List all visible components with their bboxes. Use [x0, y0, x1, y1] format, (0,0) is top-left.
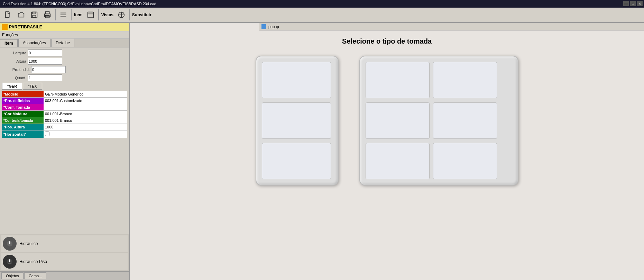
largura-input[interactable] — [28, 49, 62, 56]
funcoes-bar: Funções — [0, 31, 129, 39]
new-button[interactable] — [2, 9, 14, 21]
prop-modelo-key: *Modelo — [2, 91, 44, 98]
minimize-button[interactable]: — — [623, 1, 629, 6]
quant-row: Quant. — [2, 74, 127, 81]
toolbar-separator2 — [71, 9, 72, 20]
funcoes-label: Funções — [2, 33, 18, 37]
item-toolbar-label[interactable]: Item — [73, 12, 84, 17]
sub-tabs: *GER *TEX — [2, 83, 127, 90]
prop-modelo-value[interactable]: GEN-Modelo Genérico — [44, 91, 127, 98]
right-panel: popup Selecione o tipo de tomada — [130, 23, 644, 280]
outlet-double-card[interactable] — [359, 56, 518, 186]
panel-header: PARETIBRASILE — [0, 23, 129, 31]
largura-row: Largura — [2, 49, 127, 56]
toolbar-separator3 — [98, 9, 99, 20]
substituir-toolbar-label[interactable]: Substituir — [131, 12, 153, 17]
open-button[interactable] — [15, 9, 27, 21]
vistas-icon-button[interactable] — [115, 9, 128, 21]
item-icon-button[interactable] — [84, 9, 97, 21]
sub-tab-ger[interactable]: *GER — [2, 83, 22, 90]
prop-cor-moldura: *Cor Moldura 001.001-Branco — [2, 111, 127, 117]
popup-window-title: popup — [268, 25, 279, 29]
popup-content: Selecione o tipo de tomada — [130, 30, 644, 280]
outlet-slot-1 — [262, 62, 331, 98]
quant-input[interactable] — [28, 74, 62, 81]
btm-tab-cama[interactable]: Cama... — [24, 272, 47, 279]
largura-label: Largura — [2, 51, 26, 55]
prop-horizontal-key: *Horizontal? — [2, 130, 44, 138]
svg-rect-3 — [33, 15, 36, 17]
tab-associacoes[interactable]: Associações — [18, 39, 50, 47]
btm-tab-objetos[interactable]: Objetos — [1, 272, 24, 279]
prop-conf-tomada-key: *Conf. Tomada — [2, 104, 44, 111]
toolbar-separator — [55, 9, 56, 20]
prop-pre-definidas: *Pre. definidas 003.001-Customizado — [2, 98, 127, 104]
prop-pos-altura-key: *Pos. Altura — [2, 124, 44, 130]
popup-heading: Selecione o tipo de tomada — [342, 37, 432, 45]
altura-label: Altura — [2, 59, 26, 63]
toolbar: Item Vistas Substituir — [0, 8, 644, 23]
properties-table: *Modelo GEN-Modelo Genérico *Pre. defini… — [2, 91, 127, 138]
bottom-tabs: Objetos Cama... — [0, 271, 129, 280]
print-button[interactable] — [41, 9, 54, 21]
hidraulico-label: Hidráulico — [19, 241, 38, 246]
sub-tab-tex[interactable]: *TEX — [23, 83, 42, 90]
hidraulico-item[interactable]: Hidráulico — [1, 235, 128, 252]
bottom-panel: Hidráulico Hidráulico Piso — [0, 234, 129, 271]
prop-conf-tomada-value[interactable] — [44, 104, 127, 111]
prop-pre-definidas-key: *Pre. definidas — [2, 98, 44, 104]
prop-cor-tecla: *Cor tecla/tomada 001.001-Branco — [2, 117, 127, 124]
prop-cor-moldura-key: *Cor Moldura — [2, 111, 44, 117]
prop-cor-tecla-value[interactable]: 001.001-Branco — [44, 117, 127, 124]
form-area: Largura Altura Profundid. Quant. *GER *T… — [0, 47, 129, 234]
horizontal-checkbox[interactable] — [45, 132, 49, 136]
outlet-slot-2 — [262, 102, 331, 139]
prop-horizontal-value[interactable] — [44, 130, 127, 138]
svg-rect-10 — [88, 12, 93, 18]
toolbar-separator4 — [129, 9, 130, 20]
altura-row: Altura — [2, 58, 127, 65]
vistas-toolbar-label[interactable]: Vistas — [100, 12, 115, 17]
hidraulico-piso-item[interactable]: Hidráulico Piso — [1, 253, 128, 270]
prop-pre-definidas-value[interactable]: 003.001-Customizado — [44, 98, 127, 104]
outlet-double-row-1 — [366, 62, 512, 98]
tab-detalhe[interactable]: Detalhe — [51, 39, 74, 47]
altura-input[interactable] — [28, 58, 62, 65]
outlet-slot-d6 — [433, 143, 497, 179]
app-title: Cad Evolution 4.1.804: (TECNICO03) C:\Ev… — [3, 2, 641, 6]
prop-cor-moldura-value[interactable]: 001.001-Branco — [44, 111, 127, 117]
tabs-bar: Item Associações Detalhe — [0, 39, 129, 47]
profundidade-input[interactable] — [31, 66, 66, 73]
outlet-slot-d3 — [366, 102, 430, 139]
profundidade-row: Profundid. — [2, 66, 127, 73]
svg-rect-2 — [33, 12, 36, 14]
panel-header-title: PARETIBRASILE — [9, 25, 42, 29]
prop-conf-tomada: *Conf. Tomada — [2, 104, 127, 111]
hidraulico-piso-label: Hidráulico Piso — [19, 259, 47, 264]
tab-item[interactable]: Item — [0, 39, 18, 47]
panel-header-icon — [2, 24, 8, 30]
outlet-double-row-3 — [366, 143, 512, 179]
svg-rect-0 — [6, 12, 9, 18]
svg-rect-4 — [46, 12, 49, 14]
quant-label: Quant. — [2, 76, 26, 80]
hidraulico-icon — [3, 237, 17, 251]
outlet-slot-d2 — [433, 62, 497, 98]
outlet-slot-d5 — [366, 143, 430, 179]
outlet-slot-d4 — [433, 102, 497, 139]
outlet-double-row-2 — [366, 102, 512, 139]
outlet-options — [256, 56, 518, 186]
close-button[interactable]: ✕ — [637, 1, 643, 6]
maximize-button[interactable]: □ — [630, 1, 636, 6]
prop-horizontal: *Horizontal? — [2, 130, 127, 138]
outlet-single-card[interactable] — [256, 56, 339, 186]
prop-cor-tecla-key: *Cor tecla/tomada — [2, 117, 44, 124]
prop-modelo: *Modelo GEN-Modelo Genérico — [2, 91, 127, 98]
profundidade-label: Profundid. — [2, 67, 30, 72]
layers-button[interactable] — [57, 9, 70, 21]
popup-icon — [261, 24, 266, 29]
prop-pos-altura-value[interactable]: 1000 — [44, 124, 127, 130]
main-area: PARETIBRASILE Funções Item Associações D… — [0, 23, 644, 280]
prop-pos-altura: *Pos. Altura 1000 — [2, 124, 127, 130]
save-button[interactable] — [28, 9, 40, 21]
